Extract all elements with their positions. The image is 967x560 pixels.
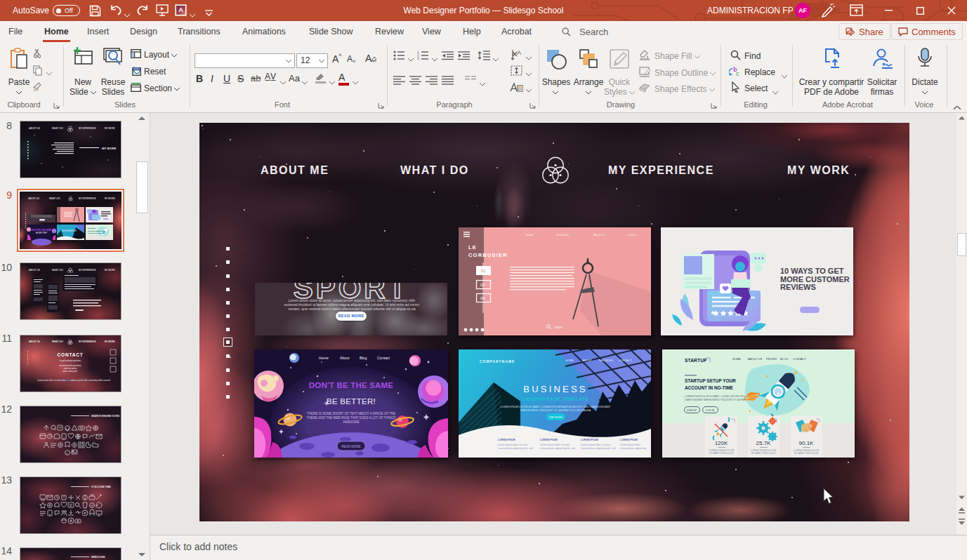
- svg-text:LOREM IPSUM: LOREM IPSUM: [498, 439, 515, 441]
- svg-text:SIGN UP: SIGN UP: [687, 409, 697, 412]
- svg-text:Lorem ipsum dolor sit amet,: Lorem ipsum dolor sit amet,: [581, 444, 611, 446]
- svg-text:ABOUT US: ABOUT US: [29, 127, 40, 130]
- svg-text:BUSINESS: BUSINESS: [523, 384, 587, 394]
- svg-text:to get booking questions: to get booking questions: [60, 359, 81, 362]
- svg-text:Blog: Blog: [360, 356, 367, 360]
- svg-text:LOREM IPSUM: LOREM IPSUM: [581, 439, 598, 441]
- svg-text:READ MORE: READ MORE: [341, 445, 360, 448]
- svg-text:MY EXPERIENCE: MY EXPERIENCE: [79, 127, 96, 130]
- svg-text:THERE IS SOME SHORT OF TEXT AB: THERE IS SOME SHORT OF TEXT ABOUT A SPAC…: [307, 412, 395, 415]
- svg-text:ABOUT US: ABOUT US: [28, 197, 39, 200]
- svg-text:120K: 120K: [715, 440, 728, 446]
- svg-text:CONTACT: CONTACT: [58, 352, 84, 357]
- svg-text:i: i: [67, 451, 67, 455]
- svg-text:MY WORK: MY WORK: [102, 147, 117, 150]
- svg-text:BE BETTER!: BE BETTER!: [327, 397, 376, 406]
- svg-text:About: About: [340, 356, 350, 360]
- svg-text:About us: About us: [593, 233, 605, 236]
- svg-text:WHAT I DO: WHAT I DO: [52, 269, 63, 272]
- svg-text:NIBH EUISMOD TINCIDUNT UT LAOR: NIBH EUISMOD TINCIDUNT UT LAOREET DOLORE…: [520, 409, 591, 412]
- svg-text:STARTUP SETUP YOUR: STARTUP SETUP YOUR: [88, 230, 105, 232]
- svg-text:MY WORK: MY WORK: [105, 127, 116, 130]
- svg-text:Lorem ipsum dolor sit amet,: Lorem ipsum dolor sit amet,: [498, 444, 528, 446]
- svg-text:A: A: [517, 49, 521, 56]
- svg-text:ACCOUNT IN NO-TIME: ACCOUNT IN NO-TIME: [88, 232, 105, 234]
- svg-text:BLOG: BLOG: [780, 357, 788, 361]
- svg-text:Lorem ipsum dolor sit amet,: Lorem ipsum dolor sit amet,: [540, 444, 570, 446]
- svg-text:HOME: HOME: [732, 357, 741, 361]
- svg-text:Home: Home: [319, 356, 329, 360]
- svg-text:SIT AMET RIDICULUS: SIT AMET RIDICULUS: [794, 452, 819, 455]
- svg-text:AWESOME: AWESOME: [343, 420, 359, 424]
- svg-text:zoom: zoom: [554, 325, 563, 329]
- svg-text:Studio: Studio: [525, 233, 534, 236]
- svg-text:LOREM IPSUM DOLOR SIT AMET, CO: LOREM IPSUM DOLOR SIT AMET, CONSECTETUER…: [501, 406, 611, 408]
- svg-text:DON'T BE THE SAME: DON'T BE THE SAME: [309, 381, 394, 389]
- svg-text:PRICES: PRICES: [766, 357, 777, 361]
- svg-text:SEARCH ENGINE ICONS: SEARCH ENGINE ICONS: [91, 415, 120, 418]
- svg-text:MY EXPERIENCE: MY EXPERIENCE: [79, 269, 96, 272]
- svg-text:COMPANYNAME: COMPANYNAME: [480, 360, 515, 364]
- svg-text:ABOUT US: ABOUT US: [29, 269, 40, 272]
- svg-text:consectetuer adipiscing: consectetuer adipiscing: [620, 447, 646, 450]
- svg-text:SEE MORE: SEE MORE: [549, 416, 563, 419]
- svg-text:01: 01: [481, 269, 486, 273]
- svg-text:Contact: Contact: [377, 356, 390, 360]
- svg-text:SIT AMET RIDICULUS: SIT AMET RIDICULUS: [709, 452, 734, 455]
- svg-text:LANDING PAGE TEMPLATE: LANDING PAGE TEMPLATE: [522, 396, 588, 401]
- svg-text:STARTUP: STARTUP: [685, 358, 707, 363]
- svg-text:consectetuer adipiscing elit,: consectetuer adipiscing elit, sed: [581, 447, 616, 450]
- svg-text:consectetuer adipiscing elit,: consectetuer adipiscing elit, sed: [498, 447, 533, 450]
- svg-text:LOG IN: LOG IN: [706, 409, 714, 412]
- svg-text:prices and quote: prices and quote: [63, 370, 78, 373]
- svg-text:25.7K: 25.7K: [756, 440, 772, 446]
- svg-text:nonummy nibh euismod: nonummy nibh euismod: [89, 379, 110, 382]
- svg-text:WHAT I DO: WHAT I DO: [49, 197, 60, 200]
- svg-text:BE BETTER!: BE BETTER!: [36, 232, 48, 234]
- svg-text:MY WORK: MY WORK: [105, 269, 116, 272]
- svg-text:MY WORK: MY WORK: [105, 197, 116, 200]
- svg-text:03: 03: [480, 296, 485, 300]
- svg-text:LE: LE: [468, 244, 477, 251]
- svg-text:02: 02: [480, 283, 485, 287]
- svg-text:MY EXPERIENCE: MY EXPERIENCE: [79, 197, 96, 200]
- svg-text:ABOUT: ABOUT: [582, 359, 592, 362]
- svg-text:Exhibition: Exhibition: [557, 233, 569, 236]
- svg-text:MY EXPERIENCE: MY EXPERIENCE: [79, 340, 96, 343]
- svg-text:SERVICES: SERVICES: [599, 359, 613, 362]
- svg-text:c: c: [736, 70, 739, 77]
- svg-text:WHAT I DO: WHAT I DO: [52, 127, 63, 130]
- svg-text:CORBUSIER: CORBUSIER: [468, 252, 508, 258]
- svg-text:STARTUP SETUP YOUR: STARTUP SETUP YOUR: [685, 378, 736, 383]
- svg-text:consectetuer adipiscing elit,: consectetuer adipiscing elit, sed: [540, 447, 575, 450]
- svg-text:LOREM IPSUM: LOREM IPSUM: [620, 439, 638, 441]
- svg-text:Lorem ipsum dolor,: Lorem ipsum dolor,: [620, 444, 641, 446]
- svg-text:STARTUP: STARTUP: [88, 227, 96, 229]
- svg-text:MY WORK: MY WORK: [105, 340, 116, 343]
- svg-text:90.1K: 90.1K: [799, 440, 815, 446]
- svg-text:CONTACT: CONTACT: [619, 359, 633, 362]
- svg-text:LOREM IPSUM: LOREM IPSUM: [540, 439, 558, 441]
- svg-text:ABOUT US: ABOUT US: [29, 340, 40, 343]
- svg-text:BUSINESS: BUSINESS: [63, 229, 77, 232]
- svg-text:Contact: Contact: [627, 233, 638, 236]
- svg-text:WHAT I DO: WHAT I DO: [52, 340, 63, 343]
- svg-text:SIT AMET RIDICULUS: SIT AMET RIDICULUS: [751, 452, 776, 455]
- svg-text:CONTACT: CONTACT: [793, 357, 807, 361]
- svg-text:ABOUT US: ABOUT US: [748, 357, 763, 361]
- svg-text:WEB ICONS: WEB ICONS: [91, 556, 105, 559]
- svg-text:ACCOUNT IN NO-TIME: ACCOUNT IN NO-TIME: [685, 385, 734, 390]
- svg-text:HOME: HOME: [565, 359, 574, 362]
- svg-text:THEME AND THE WEB PAGE THAT DO: THEME AND THE WEB PAGE THAT DOES A LOT O…: [306, 416, 395, 420]
- svg-text:IT IS ICONS TIME: IT IS ICONS TIME: [91, 486, 112, 488]
- svg-text:3: 3: [417, 58, 419, 60]
